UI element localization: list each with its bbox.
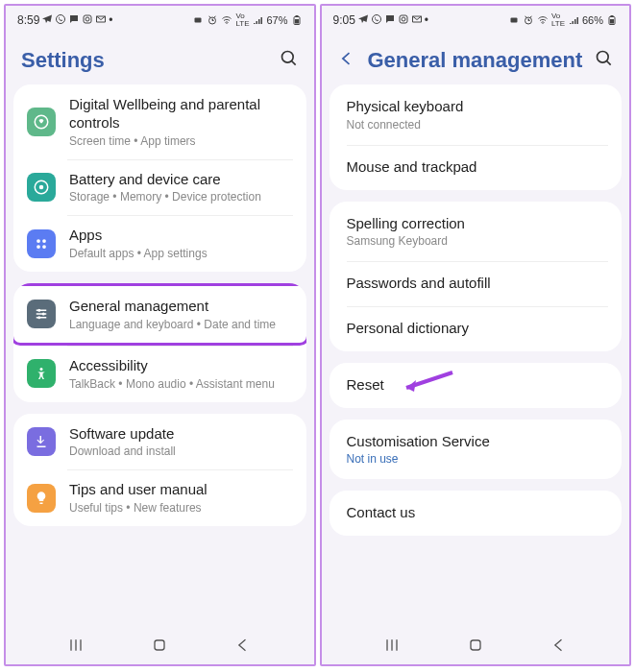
settings-item-update[interactable]: Software updateDownload and install xyxy=(13,414,306,470)
nav-bar xyxy=(322,626,630,664)
telegram-icon xyxy=(41,13,53,25)
whatsapp-icon xyxy=(371,13,382,25)
chat-icon xyxy=(68,13,80,25)
item-subtitle: Storage • Memory • Device protection xyxy=(69,190,293,204)
nav-back-icon[interactable] xyxy=(550,636,569,655)
update-icon xyxy=(27,427,56,456)
settings-item[interactable]: Customisation ServiceNot in use xyxy=(330,420,623,480)
item-subtitle: Screen time • App timers xyxy=(69,134,293,148)
svg-rect-1 xyxy=(84,15,91,23)
svg-point-19 xyxy=(37,317,40,320)
svg-rect-29 xyxy=(611,15,614,17)
card-icon xyxy=(192,14,204,26)
item-text: Personal dictionary xyxy=(347,320,605,338)
chat-icon xyxy=(384,13,396,25)
page-title: General management xyxy=(368,48,584,73)
status-right-icons: VoLTE 66% xyxy=(508,12,618,28)
svg-point-0 xyxy=(57,15,65,24)
item-subtitle: Language and keyboard • Date and time xyxy=(69,318,293,331)
status-time: 9:05 xyxy=(333,13,355,27)
item-text: Spelling correctionSamsung Keyboard xyxy=(347,215,605,249)
item-title: Mouse and trackpad xyxy=(347,158,605,177)
item-subtitle: Not connected xyxy=(347,118,605,132)
settings-item-apps[interactable]: AppsDefault apps • App settings xyxy=(13,215,306,272)
settings-item[interactable]: Personal dictionary xyxy=(330,306,623,351)
item-text: General managementLanguage and keyboard … xyxy=(69,298,293,331)
svg-point-22 xyxy=(372,15,380,24)
svg-rect-25 xyxy=(510,18,517,23)
settings-item[interactable]: Physical keyboardNot connected xyxy=(330,84,623,145)
battery-icon xyxy=(291,14,303,26)
nav-home-icon[interactable] xyxy=(466,636,485,655)
access-icon xyxy=(27,359,56,388)
item-title: Digital Wellbeing and parental controls xyxy=(69,96,293,132)
search-button[interactable] xyxy=(280,49,299,72)
svg-point-24 xyxy=(402,17,405,21)
settings-item[interactable]: Mouse and trackpad xyxy=(330,145,623,190)
settings-item[interactable]: Reset xyxy=(330,363,623,408)
item-text: Customisation ServiceNot in use xyxy=(347,433,605,467)
svg-point-12 xyxy=(39,185,44,190)
item-title: Tips and user manual xyxy=(69,481,293,499)
battery-icon xyxy=(606,14,618,26)
settings-item-sliders[interactable]: General managementLanguage and keyboard … xyxy=(13,283,306,346)
instagram-icon xyxy=(398,13,409,25)
item-subtitle: Useful tips • New features xyxy=(69,501,293,515)
nav-home-icon[interactable] xyxy=(150,636,169,655)
status-right-icons: VoLTE 67% xyxy=(192,12,302,28)
item-title: Personal dictionary xyxy=(347,320,605,338)
battery-icon xyxy=(27,173,56,202)
svg-point-27 xyxy=(542,23,543,24)
nav-recents-icon[interactable] xyxy=(382,636,402,655)
settings-item[interactable]: Contact us xyxy=(330,491,623,536)
item-text: Software updateDownload and install xyxy=(69,425,293,459)
phone-right: 9:05 • VoLTE 66% General management xyxy=(320,4,632,666)
search-button[interactable] xyxy=(595,49,614,72)
item-title: Customisation Service xyxy=(347,433,605,451)
settings-item-tips[interactable]: Tips and user manualUseful tips • New fe… xyxy=(13,469,306,526)
item-title: Passwords and autofill xyxy=(347,275,605,293)
svg-point-17 xyxy=(37,309,40,312)
item-title: Battery and device care xyxy=(69,171,293,189)
item-text: Digital Wellbeing and parental controlsS… xyxy=(69,96,293,148)
gmail-icon xyxy=(411,13,423,25)
back-button[interactable] xyxy=(337,49,356,72)
item-text: Mouse and trackpad xyxy=(347,158,605,177)
telegram-icon xyxy=(357,13,369,25)
item-title: Apps xyxy=(69,227,293,245)
status-bar: 9:05 • VoLTE 66% xyxy=(322,6,630,31)
nav-back-icon[interactable] xyxy=(233,636,253,655)
svg-point-15 xyxy=(37,245,40,249)
wifi-icon xyxy=(537,14,549,26)
item-title: Physical keyboard xyxy=(347,98,605,116)
svg-point-31 xyxy=(598,52,609,63)
settings-item-wellbeing[interactable]: Digital Wellbeing and parental controlsS… xyxy=(13,84,306,159)
settings-item[interactable]: Spelling correctionSamsung Keyboard xyxy=(330,202,623,262)
status-bar: 8:59 • VoLTE 67% xyxy=(6,6,314,31)
instagram-icon xyxy=(82,13,93,25)
settings-card: General managementLanguage and keyboard … xyxy=(13,283,306,402)
gmail-icon xyxy=(95,13,107,25)
settings-card: Digital Wellbeing and parental controlsS… xyxy=(13,84,306,272)
svg-point-2 xyxy=(85,17,89,21)
settings-item-access[interactable]: AccessibilityTalkBack • Mono audio • Ass… xyxy=(13,346,306,402)
svg-rect-30 xyxy=(610,19,614,24)
status-time: 8:59 xyxy=(17,13,39,27)
status-battery: 67% xyxy=(266,14,287,26)
svg-point-14 xyxy=(42,239,46,243)
signal-icon xyxy=(252,14,263,26)
search-icon xyxy=(280,49,299,68)
svg-rect-23 xyxy=(400,15,407,23)
item-title: Contact us xyxy=(347,504,605,522)
svg-rect-7 xyxy=(295,15,298,17)
settings-header: Settings xyxy=(6,31,314,84)
settings-item-battery[interactable]: Battery and device careStorage • Memory … xyxy=(13,159,306,216)
alarm-icon xyxy=(207,14,218,26)
svg-point-5 xyxy=(227,23,228,24)
settings-card: Customisation ServiceNot in use xyxy=(330,420,623,480)
wellbeing-icon xyxy=(27,108,56,136)
search-icon xyxy=(595,49,614,68)
settings-item[interactable]: Passwords and autofill xyxy=(330,261,623,306)
svg-rect-3 xyxy=(195,18,202,23)
nav-recents-icon[interactable] xyxy=(66,636,85,655)
